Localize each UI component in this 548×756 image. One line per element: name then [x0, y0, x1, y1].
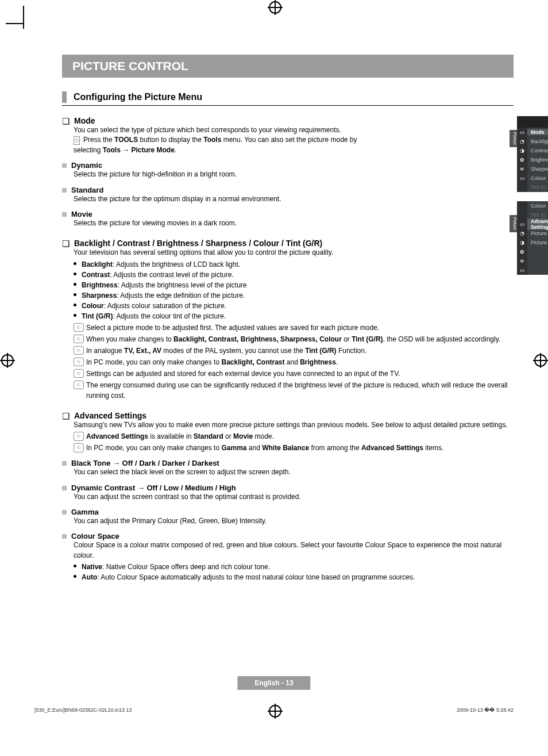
blacktone-text: You can select the black level on the sc… [74, 467, 514, 477]
gamma-heading: Gamma [62, 508, 514, 516]
page-number: English - 13 [237, 676, 310, 690]
bcbs-notes: ⦸Select a picture mode to be adjusted fi… [74, 323, 514, 401]
bcbs-bullets: Backlight: Adjusts the brightness of LCD… [74, 259, 514, 321]
osd-row: ≋Sharpness: 50 [517, 164, 548, 174]
dyncon-text: You can adjust the screen contrast so th… [74, 492, 514, 502]
dynamic-text: Selects the picture for high-definition … [74, 170, 366, 179]
advanced-intro: Samsung's new TVs allow you to make even… [74, 420, 514, 430]
list-item: Brightness: Adjusts the brightness level… [74, 280, 514, 290]
osd-row: ▭Colour: 50 [517, 174, 548, 183]
list-item: Colour: Adjusts colour saturation of the… [74, 301, 514, 311]
title-bar: PICTURE CONTROL [62, 55, 514, 78]
footer-right: 2009-10-13 �� 5:26:42 [457, 707, 514, 713]
footer-left: [530_E.Euro]BN68-02362C-02L10.in13 13 [34, 707, 132, 713]
osd-row: ✿Brightness: 45 [517, 155, 548, 164]
note-item: ⦸Settings can be adjusted and stored for… [74, 369, 514, 379]
osd-row: Colour: 50 [517, 201, 548, 210]
dyncon-heading: Dynamic Contrast → Off / Low / Medium / … [62, 483, 514, 492]
osd-row: ◔Backlight: 7 [517, 137, 548, 146]
bcbs-intro: Your television has several setting opti… [74, 248, 366, 258]
note-item: ⦸Advanced Settings is available in Stand… [74, 431, 514, 442]
movie-text: Selects the picture for viewing movies i… [74, 218, 366, 228]
note-item: ⦸In analogue TV, Ext., AV modes of the P… [74, 346, 514, 356]
osd-row: ◑Picture Reset [517, 238, 548, 247]
standard-text: Selects the picture for the optimum disp… [74, 194, 366, 204]
osd-row: ◔Picture Options [517, 229, 548, 238]
dynamic-heading: Dynamic [62, 161, 366, 170]
advanced-notes: ⦸Advanced Settings is available in Stand… [74, 431, 514, 453]
osd-row: Tint (G / R)G50 / R50 [517, 183, 548, 192]
footer-line: [530_E.Euro]BN68-02362C-02L10.in13 13 20… [34, 707, 514, 713]
advanced-heading: ❏ Advanced Settings [62, 411, 514, 420]
osd-row: ✿ [517, 247, 548, 256]
mode-heading: ❏ Mode [62, 116, 366, 125]
list-item: Contrast: Adjusts the contrast level of … [74, 270, 514, 280]
note-item: ⦸When you make changes to Backlight, Con… [74, 334, 514, 344]
osd-menu-2: Picture Colour: 50Tint (G / R)G50 / R50▭… [517, 201, 548, 275]
list-item: Auto: Auto Colour Space automatically ad… [74, 572, 514, 582]
cspace-bullets: Native: Native Colour Space offers deep … [74, 562, 514, 582]
osd-row: ≋ [517, 256, 548, 266]
movie-heading: Movie [62, 210, 366, 218]
bcbs-heading: ❏ Backlight / Contrast / Brightness / Sh… [62, 239, 366, 248]
cspace-text: Colour Space is a colour matrix composed… [74, 540, 514, 561]
note-item: ⦸In PC mode, you can only make changes t… [74, 443, 514, 453]
note-item: ⦸Select a picture mode to be adjusted fi… [74, 323, 514, 333]
list-item: Sharpness: Adjusts the edge definition o… [74, 290, 514, 301]
osd-row: ▭Mode: Standard▶ [517, 128, 548, 137]
standard-heading: Standard [62, 186, 366, 194]
mode-intro: You can select the type of picture which… [74, 125, 366, 135]
list-item: Backlight: Adjusts the brightness of LCD… [74, 259, 514, 270]
osd-row: ▭Advanced Settings▶ [517, 220, 548, 229]
section-heading: Configuring the Picture Menu [62, 91, 514, 106]
mode-tools-note: ⎙Press the TOOLS button to display the T… [74, 135, 366, 155]
note-item: ⦸The energy consumed during use can be s… [74, 380, 514, 401]
note-item: ⦸In PC mode, you can only make changes t… [74, 357, 514, 367]
list-item: Native: Native Colour Space offers deep … [74, 562, 514, 572]
gamma-text: You can adjust the Primary Colour (Red, … [74, 516, 514, 526]
osd-menu-1: Picture ▭Mode: Standard▶◔Backlight: 7◑Co… [517, 116, 548, 192]
blacktone-heading: Black Tone → Off / Dark / Darker / Darke… [62, 459, 514, 467]
osd-row: ◑Contrast: 95 [517, 146, 548, 155]
cspace-heading: Colour Space [62, 532, 514, 540]
osd-row: ▭ [517, 266, 548, 275]
list-item: Tint (G/R): Adjusts the colour tint of t… [74, 311, 514, 321]
